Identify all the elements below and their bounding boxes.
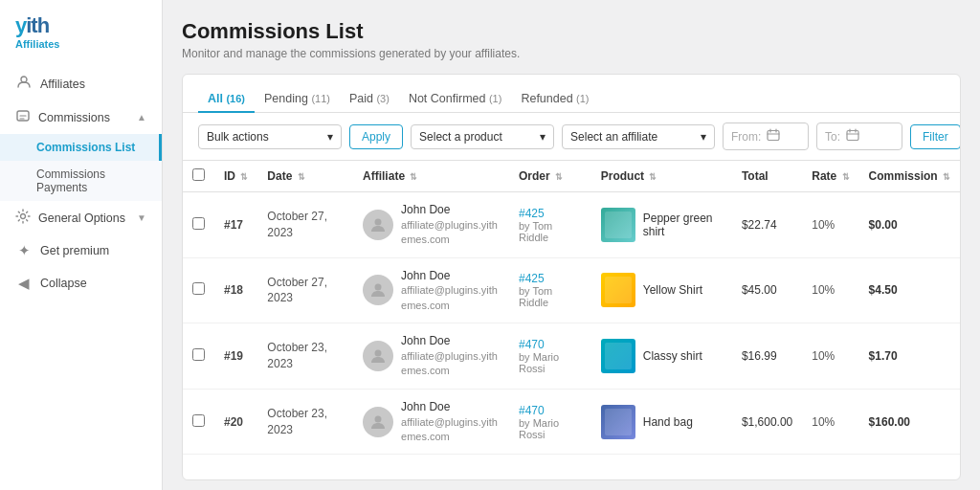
- sidebar-item-general-options[interactable]: General Options ▼: [0, 201, 162, 234]
- row-date: October 27, 2023: [257, 257, 353, 323]
- commissions-submenu: Commissions List Commissions Payments: [0, 134, 162, 201]
- from-date-input[interactable]: From:: [723, 122, 809, 150]
- sort-order-icon[interactable]: ⇅: [555, 172, 563, 182]
- select-all-header[interactable]: [183, 161, 214, 192]
- collapse-label: Collapse: [40, 277, 87, 290]
- row-rate: 10%: [802, 323, 858, 390]
- sort-product-icon[interactable]: ⇅: [649, 172, 657, 182]
- bulk-actions-label: Bulk actions: [207, 130, 269, 144]
- product-thumbnail: [601, 208, 635, 242]
- svg-rect-8: [605, 277, 632, 303]
- affiliate-select[interactable]: Select an affiliate ▾: [562, 124, 715, 149]
- sidebar-commissions-label: Commissions: [38, 111, 110, 124]
- svg-rect-10: [605, 343, 632, 369]
- apply-button[interactable]: Apply: [349, 124, 403, 149]
- select-all-checkbox[interactable]: [192, 168, 205, 181]
- row-date: October 27, 2023: [257, 192, 353, 258]
- row-product: Hand bag: [591, 389, 732, 455]
- sort-affiliate-icon[interactable]: ⇅: [410, 172, 417, 182]
- premium-icon: ✦: [15, 242, 33, 259]
- from-label: From:: [731, 130, 761, 144]
- row-affiliate: John Doe affiliate@plugins.yithemes.com: [353, 389, 509, 455]
- tab-paid[interactable]: Paid (3): [340, 86, 399, 113]
- logo-section: Affiliates: [15, 38, 146, 50]
- product-name: Hand bag: [643, 415, 693, 429]
- filters-bar: Bulk actions ▾ Apply Select a product ▾ …: [183, 113, 960, 161]
- row-commission: $4.50: [859, 257, 960, 323]
- order-by: by Tom Riddle: [519, 285, 582, 308]
- sidebar-item-collapse[interactable]: ◀ Collapse: [0, 267, 162, 300]
- col-header-date: Date ⇅: [257, 161, 353, 192]
- row-product: Pepper green shirt: [591, 192, 732, 258]
- sort-date-icon[interactable]: ⇅: [298, 172, 305, 182]
- svg-point-9: [375, 349, 382, 356]
- filter-button[interactable]: Filter: [910, 124, 961, 149]
- row-id: #20: [214, 389, 257, 455]
- order-link[interactable]: #470: [519, 338, 545, 351]
- to-label: To:: [825, 130, 840, 144]
- row-commission: $0.00: [859, 192, 960, 258]
- affiliate-email: affiliate@plugins.yithemes.com: [401, 349, 500, 379]
- logo: yith Affiliates: [0, 0, 162, 57]
- row-id: #18: [214, 257, 257, 323]
- row-checkbox[interactable]: [192, 282, 205, 295]
- chevron-down-icon: ▼: [137, 212, 146, 223]
- sort-commission-icon[interactable]: ⇅: [943, 172, 950, 182]
- row-checkbox[interactable]: [192, 348, 205, 361]
- page-title: Commissions List: [182, 19, 961, 44]
- affiliate-name: John Doe: [401, 399, 500, 415]
- table-header-row: ID ⇅ Date ⇅ Affiliate ⇅ Order ⇅ Product: [183, 161, 960, 192]
- sort-id-icon[interactable]: ⇅: [240, 172, 248, 182]
- affiliate-email: affiliate@plugins.yithemes.com: [401, 218, 500, 248]
- sidebar-item-affiliates[interactable]: Affiliates: [0, 67, 162, 100]
- row-checkbox-cell[interactable]: [183, 192, 214, 258]
- to-date-input[interactable]: To:: [816, 122, 902, 150]
- col-header-product: Product ⇅: [591, 161, 732, 192]
- svg-point-5: [375, 218, 382, 225]
- tabs-bar: All (16) Pending (11) Paid (3) Not Confi…: [183, 75, 960, 113]
- row-checkbox[interactable]: [192, 217, 205, 230]
- row-checkbox-cell[interactable]: [183, 323, 214, 390]
- row-order: #470 by Mario Rossi: [509, 389, 591, 455]
- row-product: Yellow Shirt: [591, 257, 732, 323]
- order-link[interactable]: #425: [519, 207, 545, 220]
- product-placeholder: Select a product: [419, 130, 502, 144]
- col-header-id: ID ⇅: [214, 161, 257, 192]
- table-row: #20 October 23, 2023 John Doe affiliate@…: [183, 389, 960, 455]
- row-order: #425 by Tom Riddle: [509, 257, 591, 323]
- commissions-icon: [15, 108, 31, 126]
- commissions-payments-label: Commissions Payments: [36, 167, 105, 194]
- row-date: October 23, 2023: [257, 389, 353, 455]
- sidebar-item-get-premium[interactable]: ✦ Get premium: [0, 234, 162, 267]
- row-checkbox-cell[interactable]: [183, 389, 214, 455]
- product-name: Yellow Shirt: [643, 283, 702, 297]
- affiliate-chevron-icon: ▾: [701, 130, 706, 144]
- order-link[interactable]: #470: [519, 404, 545, 417]
- calendar-to-icon: [846, 128, 859, 145]
- sidebar-item-commissions-payments[interactable]: Commissions Payments: [0, 161, 162, 201]
- commissions-list-label: Commissions List: [36, 141, 135, 154]
- svg-rect-12: [605, 409, 632, 435]
- sort-rate-icon[interactable]: ⇅: [842, 172, 850, 182]
- tab-pending[interactable]: Pending (11): [255, 86, 340, 113]
- row-checkbox-cell[interactable]: [183, 257, 214, 323]
- svg-point-7: [375, 284, 382, 291]
- sidebar-item-commissions[interactable]: Commissions ▲: [0, 100, 162, 134]
- tab-refunded[interactable]: Refunded (1): [511, 86, 598, 113]
- chevron-up-icon: ▲: [137, 112, 146, 122]
- sidebar-item-commissions-list[interactable]: Commissions List: [0, 134, 162, 161]
- col-header-order: Order ⇅: [509, 161, 591, 192]
- tab-all[interactable]: All (16): [198, 86, 255, 113]
- affiliate-avatar: [363, 275, 393, 305]
- tab-not-confirmed[interactable]: Not Confirmed (1): [399, 86, 512, 113]
- row-id: #19: [214, 323, 257, 390]
- affiliate-name: John Doe: [401, 202, 500, 218]
- row-rate: 10%: [802, 257, 858, 323]
- product-chevron-icon: ▾: [540, 130, 546, 144]
- order-link[interactable]: #425: [519, 272, 545, 285]
- calendar-from-icon: [767, 128, 780, 145]
- row-checkbox[interactable]: [192, 414, 205, 427]
- product-select[interactable]: Select a product ▾: [411, 124, 554, 149]
- row-order: #425 by Tom Riddle: [509, 192, 591, 258]
- bulk-actions-select[interactable]: Bulk actions ▾: [198, 124, 342, 149]
